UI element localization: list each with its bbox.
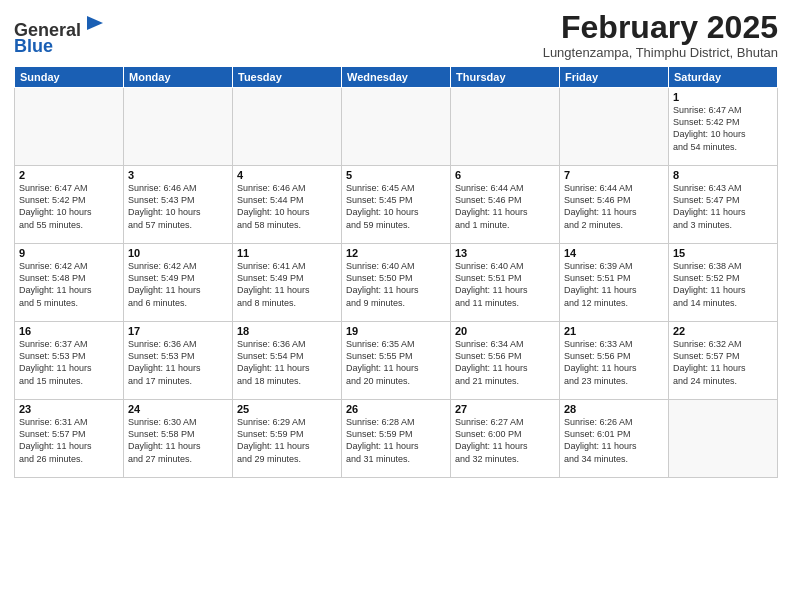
day-info: Sunrise: 6:40 AM Sunset: 5:50 PM Dayligh… [346,260,446,309]
table-row [124,88,233,166]
day-number: 11 [237,247,337,259]
calendar-week-row: 9Sunrise: 6:42 AM Sunset: 5:48 PM Daylig… [15,244,778,322]
table-row: 9Sunrise: 6:42 AM Sunset: 5:48 PM Daylig… [15,244,124,322]
header-saturday: Saturday [669,67,778,88]
day-info: Sunrise: 6:30 AM Sunset: 5:58 PM Dayligh… [128,416,228,465]
day-number: 19 [346,325,446,337]
table-row [560,88,669,166]
table-row: 11Sunrise: 6:41 AM Sunset: 5:49 PM Dayli… [233,244,342,322]
page: General Blue February 2025 Lungtenzampa,… [0,0,792,488]
day-info: Sunrise: 6:42 AM Sunset: 5:49 PM Dayligh… [128,260,228,309]
logo-blue-text: Blue [14,36,53,56]
day-number: 20 [455,325,555,337]
table-row: 7Sunrise: 6:44 AM Sunset: 5:46 PM Daylig… [560,166,669,244]
table-row: 14Sunrise: 6:39 AM Sunset: 5:51 PM Dayli… [560,244,669,322]
day-number: 28 [564,403,664,415]
logo: General Blue [14,14,105,57]
day-info: Sunrise: 6:26 AM Sunset: 6:01 PM Dayligh… [564,416,664,465]
day-number: 15 [673,247,773,259]
table-row: 19Sunrise: 6:35 AM Sunset: 5:55 PM Dayli… [342,322,451,400]
header-monday: Monday [124,67,233,88]
day-number: 8 [673,169,773,181]
day-info: Sunrise: 6:29 AM Sunset: 5:59 PM Dayligh… [237,416,337,465]
day-number: 22 [673,325,773,337]
table-row: 23Sunrise: 6:31 AM Sunset: 5:57 PM Dayli… [15,400,124,478]
day-number: 6 [455,169,555,181]
day-info: Sunrise: 6:32 AM Sunset: 5:57 PM Dayligh… [673,338,773,387]
calendar-header-row: Sunday Monday Tuesday Wednesday Thursday… [15,67,778,88]
day-number: 27 [455,403,555,415]
header-sunday: Sunday [15,67,124,88]
day-number: 2 [19,169,119,181]
day-info: Sunrise: 6:46 AM Sunset: 5:44 PM Dayligh… [237,182,337,231]
day-info: Sunrise: 6:44 AM Sunset: 5:46 PM Dayligh… [455,182,555,231]
table-row: 16Sunrise: 6:37 AM Sunset: 5:53 PM Dayli… [15,322,124,400]
day-info: Sunrise: 6:41 AM Sunset: 5:49 PM Dayligh… [237,260,337,309]
day-number: 16 [19,325,119,337]
table-row: 4Sunrise: 6:46 AM Sunset: 5:44 PM Daylig… [233,166,342,244]
day-number: 3 [128,169,228,181]
calendar-week-row: 2Sunrise: 6:47 AM Sunset: 5:42 PM Daylig… [15,166,778,244]
table-row [451,88,560,166]
day-info: Sunrise: 6:27 AM Sunset: 6:00 PM Dayligh… [455,416,555,465]
table-row: 25Sunrise: 6:29 AM Sunset: 5:59 PM Dayli… [233,400,342,478]
day-number: 7 [564,169,664,181]
day-info: Sunrise: 6:28 AM Sunset: 5:59 PM Dayligh… [346,416,446,465]
day-number: 17 [128,325,228,337]
day-info: Sunrise: 6:35 AM Sunset: 5:55 PM Dayligh… [346,338,446,387]
table-row [669,400,778,478]
table-row: 20Sunrise: 6:34 AM Sunset: 5:56 PM Dayli… [451,322,560,400]
table-row: 18Sunrise: 6:36 AM Sunset: 5:54 PM Dayli… [233,322,342,400]
svg-marker-0 [87,16,103,30]
day-number: 25 [237,403,337,415]
table-row: 12Sunrise: 6:40 AM Sunset: 5:50 PM Dayli… [342,244,451,322]
day-number: 18 [237,325,337,337]
day-number: 5 [346,169,446,181]
table-row: 21Sunrise: 6:33 AM Sunset: 5:56 PM Dayli… [560,322,669,400]
day-number: 14 [564,247,664,259]
table-row: 28Sunrise: 6:26 AM Sunset: 6:01 PM Dayli… [560,400,669,478]
day-number: 4 [237,169,337,181]
table-row: 27Sunrise: 6:27 AM Sunset: 6:00 PM Dayli… [451,400,560,478]
day-number: 9 [19,247,119,259]
day-info: Sunrise: 6:47 AM Sunset: 5:42 PM Dayligh… [673,104,773,153]
header-tuesday: Tuesday [233,67,342,88]
day-info: Sunrise: 6:33 AM Sunset: 5:56 PM Dayligh… [564,338,664,387]
day-info: Sunrise: 6:31 AM Sunset: 5:57 PM Dayligh… [19,416,119,465]
table-row: 5Sunrise: 6:45 AM Sunset: 5:45 PM Daylig… [342,166,451,244]
title-block: February 2025 Lungtenzampa, Thimphu Dist… [543,10,778,60]
logo-flag-icon [83,14,105,36]
table-row: 8Sunrise: 6:43 AM Sunset: 5:47 PM Daylig… [669,166,778,244]
table-row: 17Sunrise: 6:36 AM Sunset: 5:53 PM Dayli… [124,322,233,400]
day-info: Sunrise: 6:46 AM Sunset: 5:43 PM Dayligh… [128,182,228,231]
table-row: 22Sunrise: 6:32 AM Sunset: 5:57 PM Dayli… [669,322,778,400]
table-row [233,88,342,166]
calendar-table: Sunday Monday Tuesday Wednesday Thursday… [14,66,778,478]
day-info: Sunrise: 6:37 AM Sunset: 5:53 PM Dayligh… [19,338,119,387]
month-title: February 2025 [543,10,778,45]
header-thursday: Thursday [451,67,560,88]
table-row: 26Sunrise: 6:28 AM Sunset: 5:59 PM Dayli… [342,400,451,478]
day-info: Sunrise: 6:45 AM Sunset: 5:45 PM Dayligh… [346,182,446,231]
table-row: 2Sunrise: 6:47 AM Sunset: 5:42 PM Daylig… [15,166,124,244]
day-number: 21 [564,325,664,337]
table-row: 6Sunrise: 6:44 AM Sunset: 5:46 PM Daylig… [451,166,560,244]
calendar-week-row: 16Sunrise: 6:37 AM Sunset: 5:53 PM Dayli… [15,322,778,400]
day-info: Sunrise: 6:38 AM Sunset: 5:52 PM Dayligh… [673,260,773,309]
day-info: Sunrise: 6:36 AM Sunset: 5:53 PM Dayligh… [128,338,228,387]
day-info: Sunrise: 6:34 AM Sunset: 5:56 PM Dayligh… [455,338,555,387]
day-info: Sunrise: 6:36 AM Sunset: 5:54 PM Dayligh… [237,338,337,387]
day-info: Sunrise: 6:43 AM Sunset: 5:47 PM Dayligh… [673,182,773,231]
table-row: 13Sunrise: 6:40 AM Sunset: 5:51 PM Dayli… [451,244,560,322]
day-number: 1 [673,91,773,103]
calendar-week-row: 1Sunrise: 6:47 AM Sunset: 5:42 PM Daylig… [15,88,778,166]
table-row: 24Sunrise: 6:30 AM Sunset: 5:58 PM Dayli… [124,400,233,478]
day-info: Sunrise: 6:39 AM Sunset: 5:51 PM Dayligh… [564,260,664,309]
day-number: 24 [128,403,228,415]
table-row: 15Sunrise: 6:38 AM Sunset: 5:52 PM Dayli… [669,244,778,322]
calendar-week-row: 23Sunrise: 6:31 AM Sunset: 5:57 PM Dayli… [15,400,778,478]
day-number: 12 [346,247,446,259]
location: Lungtenzampa, Thimphu District, Bhutan [543,45,778,60]
table-row [15,88,124,166]
day-info: Sunrise: 6:44 AM Sunset: 5:46 PM Dayligh… [564,182,664,231]
